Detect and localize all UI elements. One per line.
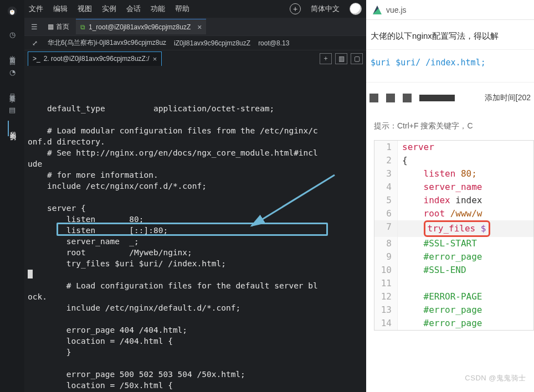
sidebar-tab-recent-login[interactable]: 最近登录 <box>8 83 17 99</box>
terminal-content[interactable]: default_type application/octet-stream; #… <box>24 66 366 392</box>
terminal-prompt-icon: >_ <box>33 55 40 63</box>
terminal-line: ock. <box>28 291 366 302</box>
app-logo-penguin-icon <box>7 6 18 17</box>
line-number: 10 <box>374 264 398 277</box>
avatar[interactable] <box>350 3 362 15</box>
sidebar-icon-1[interactable]: ◷ <box>4 27 20 42</box>
editor-line <box>398 277 533 290</box>
editor-line: #error_page <box>398 317 533 330</box>
editor-line: root /www/w <box>398 207 533 220</box>
inline-code-snippet: $uri $uri/ /index.html; <box>366 50 534 82</box>
terminal-line: server_name _; <box>28 236 366 247</box>
terminal-line: ude <box>28 158 366 169</box>
ide-left-sidebar: ◷ 当前页面 ◔ 最近登录 ▤ 我的实例 <box>0 0 24 392</box>
terminal-line: listen 80; <box>28 214 366 225</box>
editor-line: listen 80; <box>398 167 533 180</box>
thumb-icon <box>403 94 412 102</box>
editor-line: try_files $ <box>398 220 533 237</box>
menu-bar: 文件 编辑 视图 实例 会话 功能 帮助 + 简体中文 <box>24 0 366 18</box>
terminal-line: server { <box>28 203 366 214</box>
terminal-tab-label: 2. root@iZ0jl81avx9c96cpjmz8uzZ:/ <box>44 55 150 63</box>
terminal-line: # See http://nginx.org/en/docs/ngx_core_… <box>28 147 366 158</box>
right-code-editor[interactable]: 1server2{3 listen 80;4 server_name5 inde… <box>374 140 534 331</box>
editor-line: server <box>398 141 533 154</box>
terminal-line: # Load configuration files for the defau… <box>28 280 366 291</box>
terminal-line <box>28 313 366 324</box>
home-button[interactable]: ▦ 首页 <box>44 20 73 33</box>
terminal-tab-tools: ＋ ▥ ▢ <box>320 53 363 64</box>
article-headline: 大佬的以下nginx配置写法，得以解 <box>366 20 534 50</box>
menu-session[interactable]: 会话 <box>126 4 141 14</box>
terminal-line <box>28 192 366 203</box>
terminal-line <box>28 114 366 125</box>
session-tab[interactable]: ⧉ 1_root@iZ0jl81avx9c96cpjmz8uzZ × <box>76 19 206 34</box>
terminal-line <box>28 269 366 280</box>
toolbar: ☰ ▦ 首页 ⧉ 1_root@iZ0jl81avx9c96cpjmz8uzZ … <box>24 18 366 35</box>
thumb-icon <box>369 94 378 102</box>
editor-row: 3 listen 80; <box>374 167 533 180</box>
breadcrumb-user[interactable]: root@8.13 <box>258 39 289 47</box>
line-number: 14 <box>374 317 398 330</box>
line-number: 6 <box>374 207 398 220</box>
new-tab-plus-icon[interactable]: + <box>290 3 301 14</box>
home-label: 首页 <box>56 22 69 32</box>
thumb-wide-icon <box>419 95 455 101</box>
terminal-line: default_type application/octet-stream; <box>28 103 366 114</box>
thumbnail-strip: 添加时间[202 <box>366 82 534 114</box>
language-switch[interactable]: 简体中文 <box>311 4 340 14</box>
editor-row: 14 #error_page <box>374 317 533 330</box>
terminal-add-icon[interactable]: ＋ <box>320 53 332 64</box>
svg-point-2 <box>11 9 12 11</box>
expand-icon[interactable]: ⤢ <box>30 39 40 47</box>
home-grid-icon: ▦ <box>48 23 54 30</box>
terminal-line: # Load modular configuration files from … <box>28 125 366 136</box>
sidebar-tab-current-page[interactable]: 当前页面 <box>8 45 17 61</box>
editor-row: 12 #ERROR-PAGE <box>374 290 533 303</box>
menu-view[interactable]: 视图 <box>78 4 92 14</box>
editor-row: 7 try_files $ <box>374 220 533 237</box>
close-icon[interactable]: × <box>197 23 202 32</box>
line-number: 4 <box>374 180 398 194</box>
editor-line: #error_page <box>398 250 533 264</box>
menu-edit[interactable]: 编辑 <box>53 4 68 14</box>
session-tab-icon: ⧉ <box>80 23 85 31</box>
breadcrumb-host[interactable]: iZ0jl81avx9c96cpjmz8uzZ <box>174 39 250 47</box>
editor-row: 11 <box>374 277 533 290</box>
menu-help[interactable]: 帮助 <box>175 4 189 14</box>
editor-line: { <box>398 154 533 167</box>
svg-point-3 <box>13 9 14 11</box>
line-number: 11 <box>374 277 398 290</box>
editor-row: 9 #error_page <box>374 250 533 264</box>
editor-row: 1server <box>374 141 533 154</box>
editor-row: 8 #SSL-START <box>374 237 533 250</box>
terminal-tab-active[interactable]: >_ 2. root@iZ0jl81avx9c96cpjmz8uzZ:/ × <box>28 51 162 66</box>
browser-tab[interactable]: vue.js <box>366 0 534 20</box>
terminal-line: try_files $uri $uri/ /index.html; <box>28 258 366 269</box>
editor-line: server_name <box>398 180 533 194</box>
session-tab-label: 1_root@iZ0jl81avx9c96cpjmz8uzZ <box>89 23 191 31</box>
terminal-line: error_page 500 502 503 504 /50x.html; <box>28 369 366 380</box>
terminal-line: # for more information. <box>28 169 366 180</box>
terminal-max-icon[interactable]: ▢ <box>351 53 363 64</box>
breadcrumb-region[interactable]: 华北6(乌兰察布)i-0jl81avx9c96cpjmz8uz <box>48 38 166 48</box>
menu-instance[interactable]: 实例 <box>102 4 116 14</box>
terminal-split-icon[interactable]: ▥ <box>335 53 347 64</box>
menu-function[interactable]: 功能 <box>151 4 165 14</box>
browser-tab-title: vue.js <box>386 6 407 14</box>
editor-row: 2{ <box>374 154 533 167</box>
terminal-line: listen [::]:80; <box>28 225 366 236</box>
terminal-line: error_page 404 /404.html; <box>28 324 366 336</box>
line-number: 5 <box>374 194 398 207</box>
editor-line: #ERROR-PAGE <box>398 290 533 303</box>
sidebar-icon-3[interactable]: ▤ <box>4 102 20 117</box>
terminal-app-window: ◷ 当前页面 ◔ 最近登录 ▤ 我的实例 文件 编辑 视图 实例 会话 功能 帮… <box>0 0 366 392</box>
terminal-line: location = /404.html { <box>28 336 366 347</box>
menu-file[interactable]: 文件 <box>29 4 43 14</box>
sidebar-icon-2[interactable]: ◔ <box>4 64 20 80</box>
ide-main-area: 文件 编辑 视图 实例 会话 功能 帮助 + 简体中文 ☰ ▦ 首页 ⧉ 1_r… <box>24 0 366 392</box>
close-icon[interactable]: × <box>153 55 157 63</box>
terminal-line: root /Myweb/nginx; <box>28 247 366 258</box>
toolbar-menu-icon[interactable]: ☰ <box>28 20 41 33</box>
sidebar-tab-my-instances[interactable]: 我的实例 <box>8 121 17 136</box>
editor-line: index index <box>398 194 533 207</box>
